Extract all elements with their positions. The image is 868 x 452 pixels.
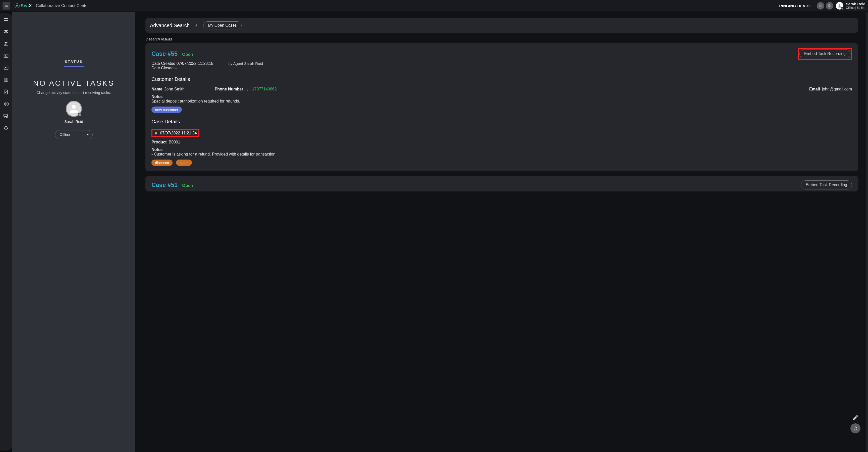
case-tag[interactable]: discount [151, 159, 173, 166]
ringing-device-label: RINGING DEVICE [779, 4, 812, 8]
case-card-51: Case #51 Open Embed Task Recording [146, 176, 858, 191]
date-closed-line: Date Closed -- [151, 66, 213, 70]
svg-rect-15 [4, 78, 6, 82]
top-bar: ✱ Sea X - Collaborative Contact Center R… [0, 0, 868, 12]
svg-point-1 [820, 4, 821, 5]
embed-task-recording-button[interactable]: Embed Task Recording [800, 49, 850, 58]
nav-settings-icon[interactable] [3, 101, 9, 107]
user-menu[interactable]: Sarah Reid Offline | 5d 6h [836, 2, 866, 9]
agent-presence-dot-icon [78, 113, 82, 117]
nav-cases-icon[interactable] [3, 53, 9, 59]
advanced-search-bar[interactable]: Advanced Search My Open Cases [146, 18, 858, 33]
case-title[interactable]: Case #55 [151, 50, 178, 57]
hamburger-icon [4, 4, 8, 8]
svg-point-8 [821, 6, 822, 7]
svg-rect-9 [4, 18, 8, 19]
refresh-button[interactable] [850, 423, 861, 433]
date-created-line: Date Created 07/07/2022 11:23:15 [151, 61, 213, 66]
chevron-right-icon [194, 23, 199, 28]
edit-case-button[interactable] [852, 414, 859, 422]
case-card-55: Case #55 Open Embed Task Recording Date … [146, 43, 858, 171]
highlight-recording-link: 07/07/2022 11:21:34 [151, 129, 199, 137]
avatar [836, 2, 843, 9]
svg-point-4 [820, 5, 821, 6]
filter-pill-my-open-cases[interactable]: My Open Cases [203, 21, 242, 29]
brand-block: ✱ Sea X - Collaborative Contact Center [14, 3, 89, 8]
nav-queues-icon[interactable] [3, 17, 9, 22]
by-agent-label: by Agent Sarah Reid [228, 61, 263, 66]
case-details-heading: Case Details [151, 119, 852, 126]
customer-phone-field: Phone Number +17077140862 [215, 87, 277, 91]
case-notes: Notes - Customer is asking for a refund.… [151, 148, 852, 156]
logo-badge-icon: ✱ [14, 3, 20, 8]
app-subtitle: - Collaborative Contact Center [33, 3, 89, 8]
svg-rect-16 [6, 78, 8, 82]
presence-dot-icon [841, 7, 844, 10]
case-title[interactable]: Case #51 [151, 181, 178, 188]
pencil-icon [852, 414, 859, 421]
no-active-tasks-title: NO ACTIVE TASKS [33, 79, 115, 87]
nav-layers-icon[interactable] [3, 29, 9, 34]
nav-library-icon[interactable] [3, 77, 9, 83]
no-tasks-hint: Change activity state to start receiving… [36, 90, 111, 95]
embed-task-recording-button[interactable]: Embed Task Recording [801, 180, 852, 189]
header-user-status: Offline | 5d 6h [846, 6, 866, 9]
customer-details-heading: Customer Details [151, 77, 852, 84]
status-heading: STATUS [65, 60, 83, 66]
chevron-down-icon [86, 134, 89, 135]
person-icon [68, 103, 80, 115]
svg-rect-11 [4, 54, 8, 58]
customer-name-field: Name John Smith [151, 87, 185, 91]
agent-name-label: Sarah Reid [64, 119, 83, 124]
customer-name-link[interactable]: John Smith [164, 87, 185, 91]
dialpad-icon [818, 4, 822, 8]
case-status-badge: Open [182, 183, 193, 188]
nav-analytics-icon[interactable] [3, 65, 9, 70]
recording-timestamp-link[interactable]: 07/07/2022 11:21:34 [160, 131, 197, 135]
svg-point-6 [819, 6, 820, 7]
customer-email-field: Email john@gmail.com [809, 87, 852, 91]
svg-point-3 [819, 5, 820, 6]
scrollbar[interactable] [866, 12, 868, 452]
logo-text-prefix: Sea [21, 3, 29, 8]
agent-status-value: Offline [60, 133, 70, 137]
svg-point-5 [821, 5, 822, 6]
advanced-search-label: Advanced Search [150, 23, 190, 28]
phone-icon [245, 88, 249, 91]
svg-rect-13 [5, 56, 7, 57]
svg-rect-10 [4, 20, 8, 21]
header-user-name: Sarah Reid [846, 2, 866, 6]
status-underline [64, 66, 84, 67]
customer-tag[interactable]: new customer [151, 107, 182, 113]
nav-contacts-icon[interactable] [3, 41, 9, 47]
search-results-count: 3 search results [146, 37, 858, 41]
customer-phone-link[interactable]: +17077140862 [250, 87, 277, 91]
svg-point-2 [821, 4, 822, 5]
svg-rect-12 [5, 55, 6, 56]
refresh-icon [852, 425, 859, 431]
nav-tasks-icon[interactable] [3, 89, 9, 95]
attachment-button[interactable] [826, 2, 833, 9]
highlight-embed-button: Embed Task Recording [798, 48, 852, 60]
product-field: ProductB0001 [151, 140, 852, 145]
floating-action-icons [850, 414, 861, 433]
dialpad-button[interactable] [817, 2, 824, 9]
case-tag[interactable]: sales [176, 159, 192, 166]
main-layout: STATUS NO ACTIVE TASKS Change activity s… [0, 12, 868, 452]
content-panel: Advanced Search My Open Cases 3 search r… [135, 12, 868, 452]
nav-chat-icon[interactable] [3, 113, 9, 119]
customer-email-value: john@gmail.com [822, 87, 852, 91]
nav-rail [0, 13, 12, 451]
nav-integrations-icon[interactable] [3, 125, 9, 131]
case-status-badge: Open [182, 52, 193, 57]
agent-avatar [66, 101, 82, 117]
tasks-panel: STATUS NO ACTIVE TASKS Change activity s… [12, 12, 135, 452]
customer-notes: Notes Special deposit authorization requ… [151, 94, 852, 103]
logo-text-suffix: X [29, 3, 32, 8]
menu-toggle-button[interactable] [2, 2, 10, 9]
paperclip-icon [828, 4, 831, 8]
agent-status-select[interactable]: Offline [55, 130, 93, 139]
svg-point-7 [820, 6, 821, 7]
svg-point-0 [819, 4, 820, 5]
waveform-icon [154, 131, 158, 135]
